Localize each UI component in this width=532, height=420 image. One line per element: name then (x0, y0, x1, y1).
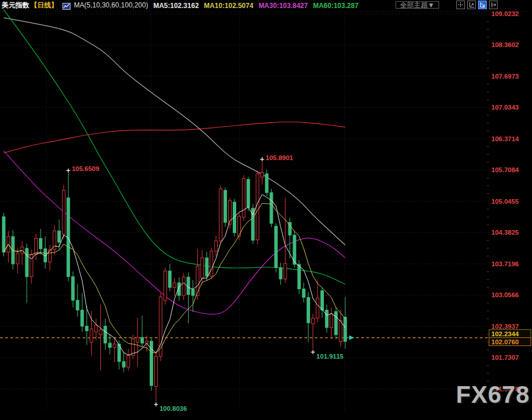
candle-body[interactable] (164, 271, 167, 301)
candle-body[interactable] (25, 248, 28, 277)
y-axis-label: 107.0343 (491, 104, 519, 111)
candle-body[interactable] (316, 298, 319, 318)
axis-scale-up-icon[interactable] (467, 1, 476, 9)
candle-body[interactable] (155, 356, 158, 387)
candle-body[interactable] (339, 321, 342, 342)
fx678-watermark: FX678 (456, 381, 530, 409)
candle-body[interactable] (169, 271, 171, 287)
extreme-marker-cross (66, 169, 71, 173)
candle-body[interactable] (16, 253, 19, 264)
candle-body[interactable] (270, 193, 273, 223)
header-controls: 全部主题▼ (396, 1, 498, 9)
ma-legend-values: MA5:102.3162MA10:102.5074MA30:103.8427MA… (148, 0, 358, 10)
y-axis-label: 101.7307 (491, 354, 519, 361)
chart-window: 109.0232108.3602107.6973107.0343106.3714… (0, 0, 532, 420)
candle-body[interactable] (58, 231, 61, 242)
candle-body[interactable] (256, 174, 259, 240)
candle-body[interactable] (34, 239, 37, 255)
crosshair-move-icon[interactable] (456, 1, 465, 9)
y-axis-label: 104.3825 (491, 229, 519, 236)
candle-body[interactable] (284, 263, 287, 279)
candle-body[interactable] (214, 241, 217, 251)
candle-body[interactable] (224, 190, 226, 223)
candle-body[interactable] (298, 265, 300, 289)
ma-value: MA10:102.5074 (204, 2, 253, 10)
y-axis-label: 103.7196 (491, 260, 519, 267)
extreme-marker-cross (154, 402, 158, 406)
candle-body[interactable] (2, 217, 5, 252)
candle-body[interactable] (335, 312, 338, 335)
candle-body[interactable] (182, 277, 185, 295)
candle-body[interactable] (104, 326, 107, 343)
candle-body[interactable] (344, 317, 347, 341)
ma5-line (4, 195, 346, 355)
extreme-marker-cross (311, 350, 315, 354)
y-axis-label: 105.0455 (491, 198, 519, 205)
candle-body[interactable] (173, 283, 176, 287)
ma-parameters: MA(5,10,30,60,100,200) (74, 1, 148, 10)
candle-body[interactable] (72, 277, 75, 300)
low-price-annotation: 100.8036 (159, 405, 187, 412)
candle-body[interactable] (113, 344, 116, 348)
candle-body[interactable] (85, 326, 88, 330)
toolbar-icons (454, 1, 498, 9)
candle-body[interactable] (210, 251, 213, 277)
candle-body[interactable] (187, 277, 190, 294)
candle-body[interactable] (307, 297, 310, 322)
y-axis-label: 109.0232 (491, 10, 519, 17)
y-axis-label: 103.0566 (491, 291, 519, 298)
candle-body[interactable] (191, 289, 194, 295)
theme-dropdown-button[interactable]: 全部主题▼ (396, 1, 439, 9)
candle-body[interactable] (11, 236, 14, 264)
candle-body[interactable] (279, 267, 282, 279)
candle-body[interactable] (99, 330, 102, 335)
candle-body[interactable] (275, 226, 277, 267)
candle-body[interactable] (141, 337, 144, 343)
candle-body[interactable] (108, 343, 111, 347)
candle-body[interactable] (219, 189, 222, 240)
y-axis-label: 108.3602 (491, 41, 519, 48)
candle-body[interactable] (201, 258, 204, 278)
candle-body[interactable] (39, 239, 42, 249)
axis-scale-right-icon[interactable] (478, 1, 487, 9)
candle-body[interactable] (196, 266, 199, 295)
candle-body[interactable] (242, 178, 245, 217)
candle-body[interactable] (62, 190, 65, 234)
candle-body[interactable] (159, 297, 162, 356)
ma-value: MA5:102.3162 (153, 2, 198, 10)
candle-body[interactable] (127, 355, 130, 367)
candle-body[interactable] (247, 180, 250, 207)
candle-body[interactable] (81, 310, 84, 326)
candle-body[interactable] (326, 310, 328, 327)
candle-body[interactable] (90, 329, 93, 342)
chart-type-icon[interactable] (62, 2, 71, 9)
low-price-annotation: 101.9115 (316, 353, 344, 360)
extreme-marker-cross (260, 157, 264, 161)
price-marker-label: 102.2344 (491, 330, 519, 337)
candle-body[interactable] (330, 314, 333, 328)
candle-body[interactable] (265, 174, 268, 193)
y-axis-label: 105.7084 (491, 166, 519, 173)
y-axis-label: 102.3937 (491, 323, 519, 330)
ma100-line (4, 18, 346, 245)
latest-price-arrow (349, 336, 354, 340)
candle-body[interactable] (21, 247, 24, 253)
symbol-title: 美元指数 (2, 1, 29, 10)
high-price-annotation: 105.8901 (265, 154, 294, 161)
y-axis-label: 107.6973 (491, 73, 519, 80)
candle-body[interactable] (76, 300, 79, 310)
price-marker-label: 102.0760 (491, 339, 519, 345)
candle-body[interactable] (320, 291, 323, 310)
price-chart-canvas[interactable]: 109.0232108.3602107.6973107.0343106.3714… (0, 0, 532, 420)
candle-body[interactable] (136, 337, 139, 342)
high-price-annotation: 105.6509 (72, 165, 99, 172)
candle-body[interactable] (311, 318, 314, 324)
candle-body[interactable] (261, 172, 264, 177)
candle-body[interactable] (205, 258, 208, 276)
candle-body[interactable] (95, 325, 97, 332)
period-label: 【日线】 (30, 1, 58, 10)
pan-right-icon[interactable] (489, 1, 498, 9)
candle-body[interactable] (302, 289, 305, 297)
y-axis-label: 106.3714 (491, 135, 519, 142)
candle-body[interactable] (122, 361, 125, 367)
